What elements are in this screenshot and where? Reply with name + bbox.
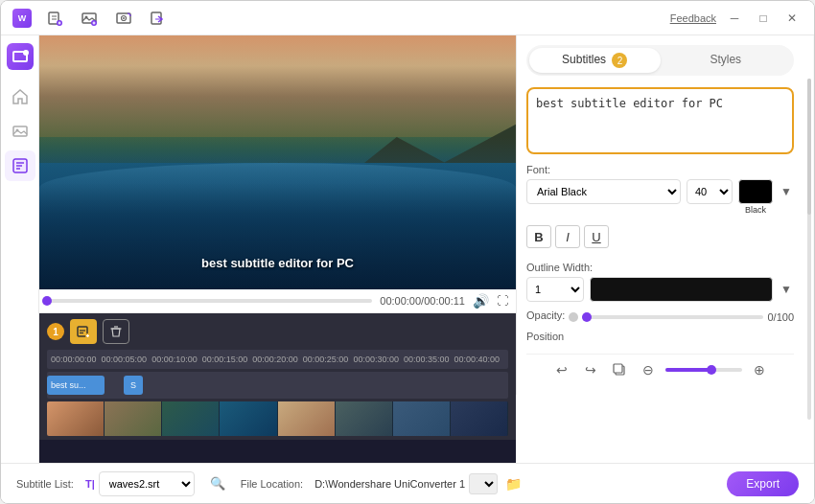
export-button[interactable] (145, 7, 172, 30)
new-project-button[interactable] (41, 7, 68, 30)
film-frame-7 (393, 401, 451, 436)
video-controls: 00:00:00/00:00:11 🔊 ⛶ (39, 289, 516, 313)
title-bar: W Feedback ─ □ ✕ (1, 1, 814, 35)
delete-subtitle-button[interactable] (103, 319, 129, 344)
tab-subtitles[interactable]: Subtitles 2 (529, 48, 661, 73)
timeline-ruler: 00:00:00:00 00:00:05:00 00:00:10:00 00:0… (47, 350, 508, 369)
sidebar-item-media[interactable] (5, 116, 35, 147)
subtitle-search-button[interactable]: 🔍 (206, 472, 229, 495)
subtitle-text-input[interactable] (526, 87, 794, 154)
subtitle-file-select[interactable]: waves2.srt (99, 471, 195, 496)
timeline-badge: 1 (47, 323, 64, 340)
right-panel-wrapper: Subtitles 2 Styles Font: (516, 35, 813, 463)
sidebar (1, 35, 39, 463)
ruler-tick-1: 00:00:05:00 (102, 355, 152, 364)
svg-point-13 (123, 17, 125, 19)
font-color-picker[interactable]: Black (738, 179, 773, 204)
ruler-tick-6: 00:00:30:00 (353, 355, 404, 364)
opacity-circle-icon (569, 312, 578, 322)
subtitle-track[interactable]: best su... S (47, 372, 508, 399)
zoom-out-button[interactable]: ⊖ (637, 358, 660, 381)
export-button[interactable]: Export (727, 471, 799, 496)
video-container: best subtitle editor for PC 00:00:00/00:… (39, 35, 516, 463)
main-content: best subtitle editor for PC 00:00:00/00:… (1, 35, 814, 463)
outline-width-label: Outline Width: (526, 262, 794, 273)
svg-rect-16 (13, 126, 27, 136)
film-frame-3 (162, 401, 220, 436)
ruler-tick-5: 00:00:25:00 (303, 355, 354, 364)
fullscreen-button[interactable]: ⛶ (497, 294, 508, 308)
video-filmstrip (47, 401, 508, 436)
subtitle-list-label: Subtitle List: (16, 478, 74, 490)
sidebar-item-edit[interactable] (5, 150, 35, 181)
subtitle-clip[interactable]: best su... (47, 376, 105, 395)
add-subtitle-button[interactable] (70, 319, 97, 344)
file-path-select-wrap (469, 473, 498, 494)
opacity-value: 0/100 (767, 311, 794, 323)
redo-button[interactable]: ↪ (579, 358, 602, 381)
color-dropdown-icon[interactable]: ▼ (779, 179, 794, 204)
feedback-link[interactable]: Feedback (670, 12, 716, 24)
file-location-wrap: D:\Wondershare UniConverter 1 📁 (314, 472, 715, 495)
color-label: Black (739, 205, 772, 215)
outline-color-dropdown[interactable]: ▼ (779, 277, 794, 302)
undo-button[interactable]: ↩ (550, 358, 573, 381)
ruler-tick-2: 00:00:10:00 (151, 355, 202, 364)
ruler-tick-0: 00:00:00:00 (51, 355, 102, 364)
close-button[interactable]: ✕ (781, 8, 803, 29)
opacity-label: Opacity: (526, 309, 565, 321)
svg-rect-31 (614, 364, 622, 373)
title-bar-right: Feedback ─ □ ✕ (670, 8, 803, 29)
volume-icon[interactable]: 🔊 (473, 293, 489, 309)
film-frame-1 (47, 401, 105, 436)
video-preview: best subtitle editor for PC (39, 35, 516, 289)
zoom-row: ↩ ↪ ⊖ ⊕ (526, 354, 794, 385)
progress-bar[interactable] (47, 299, 372, 303)
file-path: D:\Wondershare UniConverter 1 (314, 478, 465, 490)
zoom-slider[interactable] (665, 368, 742, 372)
outline-color-picker[interactable] (590, 277, 773, 302)
maximize-button[interactable]: □ (753, 8, 774, 29)
position-label: Position (526, 331, 794, 342)
panel-tabs: Subtitles 2 Styles (526, 45, 794, 76)
film-frame-4 (220, 401, 277, 436)
ruler-tick-8: 00:00:40:00 (454, 355, 505, 364)
italic-button[interactable]: I (555, 225, 580, 248)
outline-width-select[interactable]: 1 (526, 277, 584, 302)
subtitle-file-icon: T| (85, 478, 95, 490)
minimize-button[interactable]: ─ (724, 8, 745, 29)
film-frame-6 (336, 401, 393, 436)
tab-styles[interactable]: Styles (661, 48, 792, 73)
time-display: 00:00:00/00:00:11 (380, 295, 465, 307)
subtitle-clip-2[interactable]: S (124, 376, 143, 395)
film-frame-2 (105, 401, 162, 436)
font-size-select[interactable]: 40 (687, 179, 733, 204)
format-row: B I U (526, 225, 794, 248)
right-panel: Subtitles 2 Styles Font: (516, 35, 803, 395)
film-frame-5 (278, 401, 336, 436)
browse-folder-button[interactable]: 📁 (501, 472, 524, 495)
video-panel-row: best subtitle editor for PC 00:00:00/00:… (39, 35, 814, 463)
subtitles-badge: 2 (612, 53, 627, 68)
underline-button[interactable]: U (584, 225, 609, 248)
subtitle-select-wrap: T| waves2.srt (85, 471, 195, 496)
font-family-select[interactable]: Arial Black (526, 179, 681, 204)
title-bar-left: W (12, 7, 172, 30)
add-media-button[interactable] (76, 7, 103, 30)
progress-thumb[interactable] (42, 296, 52, 306)
video-subtitle-overlay: best subtitle editor for PC (39, 256, 516, 270)
ruler-tick-3: 00:00:15:00 (202, 355, 253, 364)
zoom-thumb (707, 365, 716, 375)
bold-button[interactable]: B (526, 225, 551, 248)
title-bar-tools (41, 7, 172, 30)
copy-button[interactable] (608, 358, 631, 381)
zoom-in-button[interactable]: ⊕ (748, 358, 771, 381)
screen-record-button[interactable] (110, 7, 137, 30)
file-path-select[interactable] (469, 473, 498, 494)
app-logo: W (12, 9, 32, 28)
sidebar-item-home[interactable] (5, 81, 35, 112)
bottom-bar: Subtitle List: T| waves2.srt 🔍 File Loca… (1, 463, 814, 503)
panel-scrollbar[interactable] (807, 79, 811, 421)
opacity-slider[interactable] (582, 315, 763, 319)
film-frame-8 (451, 401, 508, 436)
